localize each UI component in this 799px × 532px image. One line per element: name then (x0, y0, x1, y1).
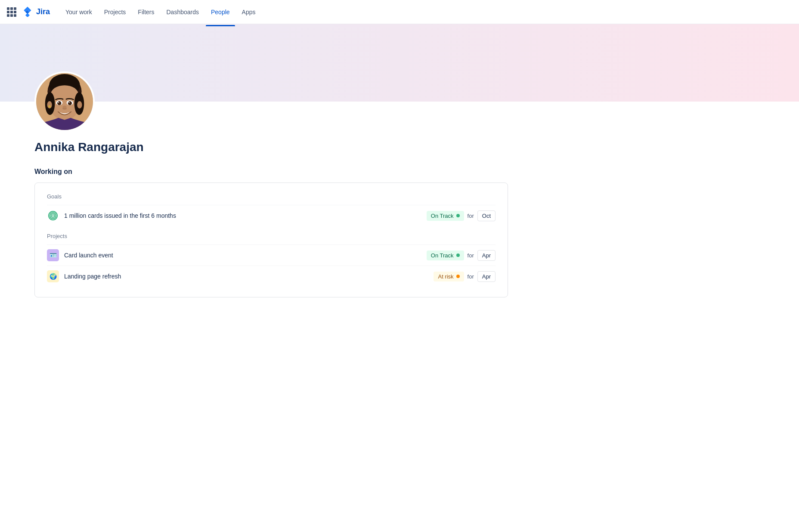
nav-items: Your work Projects Filters Dashboards Pe… (60, 5, 792, 19)
project-item-label: Card launch event (64, 252, 113, 259)
logo-text: Jira (36, 7, 50, 16)
status-dot-green (456, 254, 460, 257)
work-item-right: On Track for Apr (427, 250, 496, 261)
avatar-svg (36, 71, 93, 132)
for-text: for (468, 273, 474, 280)
work-item-right: On Track for Oct (427, 210, 496, 221)
projects-group-label: Projects (47, 233, 496, 239)
month-badge: Oct (477, 210, 496, 221)
avatar (34, 71, 95, 132)
month-badge: Apr (477, 250, 496, 261)
month-badge: Apr (477, 271, 496, 282)
status-badge: On Track (427, 211, 464, 221)
profile-section: Annika Rangarajan Working on Goals 1 mil… (0, 71, 799, 297)
project-globe-icon: 🌍 (47, 270, 59, 282)
list-item: 🌍 Landing page refresh At risk for Apr (47, 266, 496, 287)
svg-point-15 (58, 102, 59, 103)
nav-item-people[interactable]: People (206, 5, 235, 19)
work-item-right: At risk for Apr (434, 271, 496, 282)
jira-logo-icon (22, 6, 34, 18)
work-item-left: 🌍 Landing page refresh (47, 270, 121, 282)
nav-item-your-work[interactable]: Your work (60, 5, 97, 19)
avatar-wrapper (34, 71, 95, 132)
status-label: At risk (438, 273, 453, 280)
svg-point-9 (77, 101, 82, 108)
status-badge: On Track (427, 251, 464, 260)
svg-point-10 (48, 105, 51, 108)
svg-point-14 (68, 101, 72, 105)
for-text: for (468, 213, 474, 219)
goal-item-label: 1 million cards issued in the first 6 mo… (64, 212, 176, 219)
working-on-card: Goals 1 million cards issued in the firs… (34, 182, 508, 297)
status-dot-orange (456, 275, 460, 278)
svg-point-16 (68, 102, 70, 103)
svg-point-5 (51, 85, 78, 103)
list-item: 1 million cards issued in the first 6 mo… (47, 205, 496, 226)
svg-point-13 (57, 101, 61, 105)
work-item-left: 🪪 Card launch event (47, 249, 113, 261)
status-dot-green (456, 214, 460, 217)
nav-item-projects[interactable]: Projects (99, 5, 131, 19)
goal-target-icon (47, 210, 59, 222)
user-name: Annika Rangarajan (34, 140, 765, 154)
goals-group-label: Goals (47, 193, 496, 200)
nav-item-dashboards[interactable]: Dashboards (161, 5, 204, 19)
svg-point-17 (62, 105, 66, 109)
svg-point-21 (53, 215, 54, 217)
nav-item-filters[interactable]: Filters (133, 5, 159, 19)
list-item: 🪪 Card launch event On Track for Apr (47, 244, 496, 266)
for-text: for (468, 252, 474, 259)
status-label: On Track (431, 213, 454, 219)
working-on-title: Working on (34, 168, 765, 176)
project-card-icon: 🪪 (47, 249, 59, 261)
grid-icon[interactable] (7, 7, 16, 17)
nav-item-apps[interactable]: Apps (237, 5, 261, 19)
status-label: On Track (431, 252, 454, 259)
nav-logo[interactable]: Jira (22, 6, 50, 18)
navbar: Jira Your work Projects Filters Dashboar… (0, 0, 799, 24)
project-item-label: Landing page refresh (64, 273, 121, 280)
status-badge: At risk (434, 272, 464, 281)
work-item-left: 1 million cards issued in the first 6 mo… (47, 210, 176, 222)
